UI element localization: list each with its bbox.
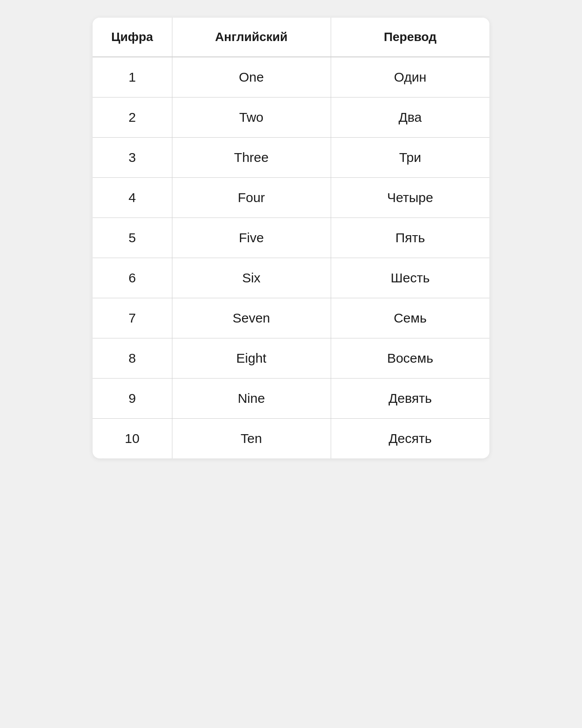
cell-russian: Один [331, 57, 489, 98]
cell-russian: Десять [331, 419, 489, 459]
cell-english: Five [172, 218, 331, 258]
cell-number: 5 [93, 218, 172, 258]
cell-russian: Девять [331, 379, 489, 419]
cell-english: Eight [172, 338, 331, 379]
cell-english: Three [172, 138, 331, 178]
header-number: Цифра [93, 18, 172, 57]
table-row: 4FourЧетыре [93, 178, 489, 218]
cell-number: 8 [93, 338, 172, 379]
cell-russian: Четыре [331, 178, 489, 218]
cell-russian: Семь [331, 298, 489, 338]
main-table-container: Цифра Английский Перевод 1OneОдин2TwoДва… [93, 18, 489, 458]
table-row: 3ThreeТри [93, 138, 489, 178]
cell-english: Nine [172, 379, 331, 419]
cell-english: Six [172, 258, 331, 298]
table-row: 6SixШесть [93, 258, 489, 298]
header-english: Английский [172, 18, 331, 57]
table-row: 7SevenСемь [93, 298, 489, 338]
table-row: 2TwoДва [93, 98, 489, 138]
cell-english: One [172, 57, 331, 98]
cell-number: 2 [93, 98, 172, 138]
table-row: 8EightВосемь [93, 338, 489, 379]
cell-russian: Восемь [331, 338, 489, 379]
cell-russian: Шесть [331, 258, 489, 298]
cell-russian: Пять [331, 218, 489, 258]
cell-number: 6 [93, 258, 172, 298]
cell-number: 9 [93, 379, 172, 419]
numbers-table: Цифра Английский Перевод 1OneОдин2TwoДва… [93, 18, 489, 458]
cell-number: 10 [93, 419, 172, 459]
cell-english: Seven [172, 298, 331, 338]
cell-number: 3 [93, 138, 172, 178]
table-header-row: Цифра Английский Перевод [93, 18, 489, 57]
cell-russian: Два [331, 98, 489, 138]
table-row: 9NineДевять [93, 379, 489, 419]
cell-number: 7 [93, 298, 172, 338]
table-row: 5FiveПять [93, 218, 489, 258]
cell-number: 1 [93, 57, 172, 98]
table-row: 10TenДесять [93, 419, 489, 459]
cell-english: Four [172, 178, 331, 218]
cell-russian: Три [331, 138, 489, 178]
cell-number: 4 [93, 178, 172, 218]
header-russian: Перевод [331, 18, 489, 57]
cell-english: Two [172, 98, 331, 138]
cell-english: Ten [172, 419, 331, 459]
table-row: 1OneОдин [93, 57, 489, 98]
